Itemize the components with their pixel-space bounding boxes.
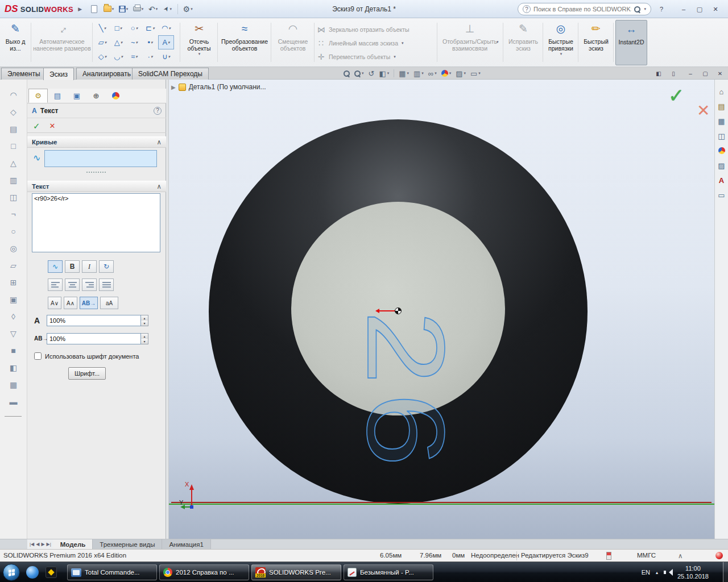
sketch-entity-icon[interactable]: ≈▾ (126, 49, 142, 64)
display-manager-tab[interactable] (106, 89, 125, 103)
spacing-spinner[interactable]: ▴▾ (141, 333, 148, 344)
breadcrumb-expander-icon[interactable]: ▶ (171, 84, 176, 90)
view-orientation-icon[interactable]: ▦▾ (399, 69, 409, 78)
feature-toolbar-icon[interactable]: ○ (0, 223, 27, 240)
feature-toolbar-icon[interactable]: ◇ (0, 103, 27, 120)
mirror-text-button[interactable]: аА (100, 297, 118, 309)
flip-vertical2-button[interactable]: А∧ (64, 297, 77, 309)
convert-entities-button[interactable]: ≈ Преобразование объектов (220, 20, 270, 65)
performance-gauge-icon[interactable] (606, 552, 611, 560)
screen-capture-icon[interactable]: ▭ (715, 188, 728, 202)
feature-toolbar-icon[interactable]: ▽ (0, 325, 27, 342)
search-input[interactable] (533, 6, 631, 13)
hide-show-items-icon[interactable]: ∞▾ (428, 69, 437, 78)
display-relations-button[interactable]: ⊥ Отобразить/Скрыть взаимосвязи (440, 20, 499, 65)
view-settings-icon[interactable]: ▭▾ (470, 69, 481, 78)
property-help-icon[interactable]: ? (154, 107, 162, 115)
property-manager-tab[interactable]: ⚙ (28, 89, 48, 103)
rapid-sketch-button[interactable]: ✏ Быстрый эскиз (580, 20, 612, 65)
tab-model[interactable]: Модель (53, 539, 93, 549)
undo-button[interactable]: ↶▾ (146, 2, 160, 16)
horizontal-text-button[interactable]: АВ→ (80, 297, 98, 309)
instant2d-button[interactable]: ↔ Instant2D (615, 20, 647, 65)
text-section-header[interactable]: Текст ∧ (27, 181, 166, 192)
feature-breadcrumb[interactable]: ▶ Деталь1 (По умолчани... (171, 83, 266, 91)
sketch-entity-icon[interactable]: ○▾ (126, 21, 142, 35)
collapse-icon[interactable]: ∧ (157, 138, 162, 146)
display-style-icon[interactable]: ▥▾ (413, 69, 424, 78)
close-button[interactable]: ✕ (709, 3, 722, 15)
feature-toolbar-icon[interactable]: ¬ (0, 206, 27, 223)
feature-toolbar-icon[interactable]: ▥ (0, 172, 27, 189)
smart-dimension-button[interactable]: ↔ Автоматическое нанесение размеров (33, 20, 91, 65)
previous-view-icon[interactable]: ↺ (369, 69, 375, 78)
pane-toggle2-icon[interactable]: ▯ (667, 68, 680, 78)
sketch-entity-icon[interactable]: □▾ (110, 21, 126, 35)
sketch-origin-icon[interactable] (395, 307, 402, 314)
spacing-input[interactable] (47, 333, 141, 344)
feature-toolbar-icon[interactable]: ◫ (0, 189, 27, 206)
feature-toolbar-icon[interactable]: ▬ (0, 393, 27, 410)
open-button[interactable]: ▾ (101, 2, 116, 16)
italic-button[interactable]: I (82, 260, 97, 273)
sketch-entity-icon[interactable]: ◇▾ (94, 49, 110, 64)
tray-clock[interactable]: 11:00 25.10.2018 (677, 564, 709, 581)
width-factor-input[interactable] (47, 315, 141, 326)
help-button[interactable]: ? (655, 3, 668, 15)
tab-solidcam[interactable]: SolidCAM Переходы (132, 68, 209, 80)
align-justify-button[interactable] (99, 278, 114, 291)
tab-features[interactable]: Элементы (1, 68, 47, 80)
taskbar-paint[interactable]: Безымянный - P... (344, 564, 433, 580)
confirmation-ok-button[interactable]: ✓ (668, 84, 685, 107)
feature-toolbar-icon[interactable]: ◎ (0, 240, 27, 257)
align-left-button[interactable] (48, 278, 63, 291)
exit-sketch-button[interactable]: ✎ Выхо д из... (1, 20, 30, 65)
options-button[interactable]: ⚙▾ (180, 2, 195, 16)
design-library-icon[interactable]: ▤ (715, 99, 728, 114)
sketch-entity-icon[interactable]: ⊏▾ (142, 21, 158, 35)
sheet-nav-icon[interactable]: |◀ (30, 542, 34, 547)
sketch-entity-icon[interactable]: ╲▾ (94, 21, 110, 35)
feature-manager-tab[interactable]: ▤ (48, 89, 67, 103)
confirmation-cancel-button[interactable]: ✕ (697, 101, 710, 120)
sketch-entity-icon[interactable]: •▾ (142, 35, 158, 49)
flip-vertical-button[interactable]: А∨ (48, 297, 61, 309)
link-to-property-button[interactable]: ∿ (48, 260, 63, 273)
tab-animation[interactable]: Анимация1 (162, 539, 210, 549)
move-entities-button[interactable]: ✛ Переместить объекты ▾ (316, 50, 435, 64)
feature-toolbar-icon[interactable]: ▦ (0, 376, 27, 393)
doc-restore-button[interactable]: ▢ (698, 68, 712, 78)
cancel-button[interactable]: ✕ (49, 122, 56, 130)
section-grip[interactable] (86, 172, 106, 174)
save-button[interactable]: ▾ (116, 2, 131, 16)
align-center-button[interactable] (65, 278, 80, 291)
curves-selection-box[interactable] (44, 150, 157, 167)
new-document-button[interactable] (86, 2, 101, 16)
sketch-entity-icon[interactable]: ◠▾ (158, 21, 174, 35)
trim-entities-button[interactable]: ✂ Отсечь объекты ▾ (182, 20, 216, 65)
help-search-box[interactable]: ? ▾ (518, 3, 651, 15)
width-factor-spinner[interactable]: ▴▾ (141, 315, 148, 326)
linear-pattern-button[interactable]: ∷ Линейный массив эскиза ▾ (316, 36, 435, 50)
feature-toolbar-icon[interactable]: ■ (0, 342, 27, 359)
sketch-axis-line[interactable] (169, 504, 714, 505)
taskbar-total-commander[interactable]: Total Commande... (67, 564, 157, 580)
sketch-entity-icon[interactable]: А▾ (158, 35, 174, 49)
volume-icon[interactable] (664, 569, 672, 576)
scene-icon[interactable]: ▨ (715, 158, 728, 173)
sketch-baseline[interactable] (171, 502, 712, 503)
graphics-viewport[interactable]: 26 ▶ Деталь1 (По умолчани... ✓ ✕ X Y (169, 80, 714, 539)
taskbar-solidworks[interactable]: 2016 SOLIDWORKS Pre... (251, 564, 341, 580)
search-icon[interactable] (634, 6, 640, 13)
view-palette-icon[interactable]: ◫ (715, 128, 728, 143)
sketch-entity-icon[interactable]: ▱▾ (94, 35, 110, 49)
maximize-button[interactable]: ▢ (693, 3, 706, 15)
minimize-button[interactable]: – (677, 3, 690, 15)
sketch-entity-icon[interactable]: ·▾ (142, 49, 158, 64)
sketch-entity-icon[interactable]: △▾ (110, 35, 126, 49)
appearances-icon[interactable] (715, 143, 728, 158)
taskbar-chrome-help[interactable]: 2012 Справка по ... (159, 564, 249, 580)
sheet-nav-icon[interactable]: ▶| (47, 542, 51, 547)
offset-entities-button[interactable]: ◠ Смещение объектов (273, 20, 313, 65)
feature-toolbar-icon[interactable]: ▱ (0, 257, 27, 274)
